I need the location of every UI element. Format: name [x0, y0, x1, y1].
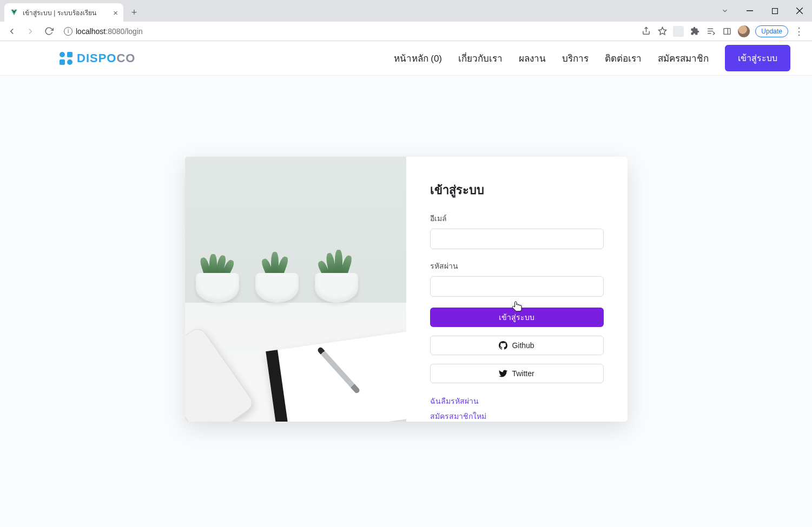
email-field[interactable] — [430, 229, 604, 249]
nav-contact[interactable]: ติดต่อเรา — [605, 51, 642, 65]
reading-list-icon[interactable] — [705, 26, 716, 37]
chevron-down-icon[interactable] — [712, 0, 737, 22]
email-label: อีเมล์ — [430, 212, 604, 224]
bookmark-star-icon[interactable] — [657, 26, 668, 37]
nav-work[interactable]: ผลงาน — [519, 51, 546, 65]
reload-button[interactable] — [41, 24, 56, 39]
window-controls — [712, 0, 812, 22]
extensions-puzzle-icon[interactable] — [689, 26, 700, 37]
share-icon[interactable] — [641, 26, 651, 37]
svg-rect-0 — [747, 10, 753, 11]
browser-toolbar: i localhost:8080/login Update ⋮ — [0, 22, 812, 41]
github-login-button[interactable]: Github — [430, 336, 604, 355]
login-submit-button[interactable]: เข้าสู่ระบบ — [430, 308, 604, 327]
new-tab-button[interactable]: + — [127, 5, 142, 20]
side-panel-icon[interactable] — [722, 26, 732, 37]
logo-mark-icon — [60, 52, 72, 65]
login-form: เข้าสู่ระบบ อีเมล์ รหัสผ่าน เข้าสู่ระบบ … — [406, 157, 628, 422]
nav-services[interactable]: บริการ — [562, 51, 589, 65]
form-title: เข้าสู่ระบบ — [430, 181, 604, 199]
forgot-password-link[interactable]: ฉันลืมรหัสผ่าน — [430, 395, 604, 407]
minimize-icon[interactable] — [737, 0, 762, 22]
vue-favicon-icon — [10, 8, 18, 17]
page-viewport: DISPOCO หน้าหลัก (0) เกี่ยวกับเรา ผลงาน … — [0, 41, 812, 527]
profile-avatar[interactable] — [738, 25, 750, 37]
toolbar-actions: Update ⋮ — [641, 25, 808, 37]
svg-marker-5 — [658, 27, 666, 34]
password-label: รหัสผ่าน — [430, 260, 604, 272]
browser-chrome: เข้าสู่ระบบ | ระบบร้องเรียน × + i localh… — [0, 0, 812, 41]
close-window-icon[interactable] — [787, 0, 812, 22]
register-link[interactable]: สมัครสมาชิกใหม่ — [430, 410, 604, 422]
back-button[interactable] — [4, 24, 19, 39]
close-tab-icon[interactable]: × — [113, 8, 118, 17]
nav-home[interactable]: หน้าหลัก (0) — [394, 51, 443, 65]
site-header: DISPOCO หน้าหลัก (0) เกี่ยวกับเรา ผลงาน … — [0, 41, 812, 76]
header-login-button[interactable]: เข้าสู่ระบบ — [725, 45, 790, 71]
tab-title: เข้าสู่ระบบ | ระบบร้องเรียน — [23, 8, 96, 18]
browser-tab[interactable]: เข้าสู่ระบบ | ระบบร้องเรียน × — [4, 3, 123, 22]
main-nav: หน้าหลัก (0) เกี่ยวกับเรา ผลงาน บริการ ต… — [394, 45, 791, 71]
site-info-icon[interactable]: i — [64, 27, 72, 36]
password-field[interactable] — [430, 276, 604, 297]
login-card: เข้าสู่ระบบ อีเมล์ รหัสผ่าน เข้าสู่ระบบ … — [185, 157, 628, 422]
page-content: เข้าสู่ระบบ อีเมล์ รหัสผ่าน เข้าสู่ระบบ … — [0, 76, 812, 527]
tab-bar: เข้าสู่ระบบ | ระบบร้องเรียน × + — [0, 0, 812, 22]
site-logo[interactable]: DISPOCO — [60, 51, 135, 65]
url-text: localhost:8080/login — [76, 27, 143, 36]
twitter-login-button[interactable]: Twitter — [430, 364, 604, 383]
forward-button — [23, 24, 38, 39]
maximize-icon[interactable] — [762, 0, 787, 22]
card-hero-image — [185, 157, 406, 422]
twitter-label: Twitter — [512, 369, 534, 378]
logo-text: DISPOCO — [77, 51, 135, 65]
nav-about[interactable]: เกี่ยวกับเรา — [458, 51, 503, 65]
github-label: Github — [512, 341, 534, 350]
twitter-icon — [499, 369, 507, 378]
svg-rect-9 — [724, 28, 730, 34]
github-icon — [499, 341, 507, 350]
update-button[interactable]: Update — [755, 25, 788, 37]
menu-dots-icon[interactable]: ⋮ — [794, 26, 804, 37]
svg-rect-1 — [772, 8, 777, 14]
extension-icon[interactable] — [673, 26, 684, 37]
form-links: ฉันลืมรหัสผ่าน สมัครสมาชิกใหม่ — [430, 395, 604, 422]
nav-register[interactable]: สมัครสมาชิก — [658, 51, 709, 65]
address-bar[interactable]: i localhost:8080/login — [60, 24, 637, 39]
